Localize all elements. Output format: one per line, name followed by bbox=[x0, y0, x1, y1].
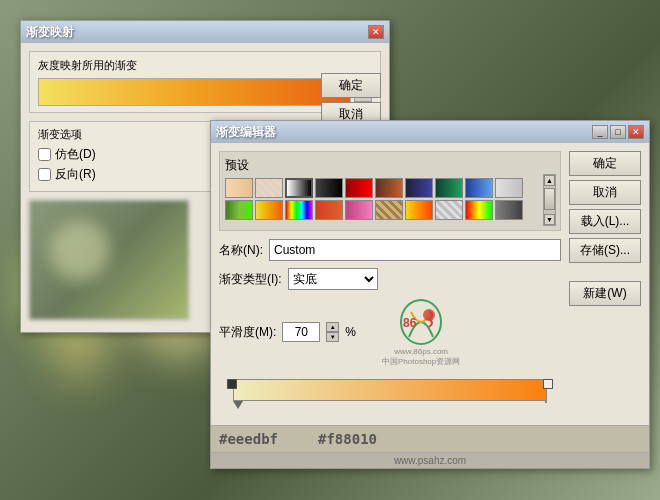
name-row: 名称(N): bbox=[219, 239, 561, 261]
preset-item[interactable] bbox=[225, 178, 253, 198]
type-label: 渐变类型(I): bbox=[219, 271, 282, 288]
grad-editor-maximize-btn[interactable]: □ bbox=[610, 125, 626, 139]
save-btn[interactable]: 存储(S)... bbox=[569, 238, 641, 263]
smooth-stepper: ▲ ▼ bbox=[326, 322, 339, 342]
stop-left-arrow[interactable] bbox=[233, 401, 243, 409]
footer-bar: www.psahz.com bbox=[211, 452, 649, 468]
grad-map-window-buttons: ✕ bbox=[368, 25, 384, 39]
preset-item[interactable] bbox=[465, 178, 493, 198]
grad-editor-content: 预设 bbox=[211, 143, 649, 425]
preset-item[interactable] bbox=[405, 200, 433, 220]
scroll-thumb[interactable] bbox=[544, 188, 555, 210]
preset-item[interactable] bbox=[255, 178, 283, 198]
gradient-preview-select[interactable] bbox=[38, 78, 351, 106]
name-input[interactable] bbox=[269, 239, 561, 261]
reverse-label: 反向(R) bbox=[55, 166, 96, 183]
preset-item[interactable] bbox=[405, 178, 433, 198]
preset-item[interactable] bbox=[375, 200, 403, 220]
preset-item[interactable] bbox=[315, 178, 343, 198]
cancel-btn[interactable]: 取消 bbox=[569, 180, 641, 205]
logo-url: www.86ps.com bbox=[394, 347, 448, 356]
name-label: 名称(N): bbox=[219, 242, 263, 259]
smooth-down-btn[interactable]: ▼ bbox=[326, 332, 339, 342]
right-btn-panel: 确定 取消 载入(L)... 存储(S)... 新建(W) bbox=[569, 151, 641, 417]
smooth-row: 平滑度(M): ▲ ▼ % bbox=[219, 297, 561, 367]
dither-checkbox[interactable] bbox=[38, 148, 51, 161]
load-btn[interactable]: 载入(L)... bbox=[569, 209, 641, 234]
grad-editor-minimize-btn[interactable]: _ bbox=[592, 125, 608, 139]
presets-scrollbar[interactable]: ▲ ▼ bbox=[543, 174, 556, 226]
grad-map-btn-group: 确定 取消 bbox=[321, 73, 381, 127]
presets-label: 预设 bbox=[225, 157, 555, 174]
preset-item[interactable] bbox=[255, 200, 283, 220]
logo-site: 中国Photoshop资源网 bbox=[382, 356, 460, 367]
dither-label: 仿色(D) bbox=[55, 146, 96, 163]
preset-item[interactable] bbox=[375, 178, 403, 198]
preset-item[interactable] bbox=[465, 200, 493, 220]
smooth-up-btn[interactable]: ▲ bbox=[326, 322, 339, 332]
preset-item[interactable] bbox=[435, 200, 463, 220]
preset-item[interactable] bbox=[435, 178, 463, 198]
ok-btn[interactable]: 确定 bbox=[569, 151, 641, 176]
grad-editor-window: 渐变编辑器 _ □ ✕ 预设 bbox=[210, 120, 650, 469]
grad-editor-title-bar[interactable]: 渐变编辑器 _ □ ✕ bbox=[211, 121, 649, 143]
presets-section: 预设 bbox=[219, 151, 561, 231]
grad-map-close-btn[interactable]: ✕ bbox=[368, 25, 384, 39]
smooth-label: 平滑度(M): bbox=[219, 324, 276, 341]
left-panel: 预设 bbox=[219, 151, 561, 417]
presets-grid bbox=[225, 178, 555, 220]
main-layout: 预设 bbox=[219, 151, 641, 417]
gradient-stops-row bbox=[233, 401, 547, 413]
grad-editor-close-btn[interactable]: ✕ bbox=[628, 125, 644, 139]
grad-map-title-bar[interactable]: 渐变映射 ✕ bbox=[21, 21, 389, 43]
image-preview bbox=[29, 200, 189, 320]
gradient-bar-section bbox=[219, 379, 561, 413]
left-stop-handle[interactable] bbox=[227, 379, 237, 389]
spacer bbox=[569, 267, 641, 277]
gray-map-label: 灰度映射所用的渐变 bbox=[38, 58, 372, 73]
type-row: 渐变类型(I): 实底 bbox=[219, 268, 561, 290]
smooth-unit: % bbox=[345, 325, 356, 339]
grad-map-title: 渐变映射 bbox=[26, 24, 74, 41]
color2-hex: #f88010 bbox=[318, 431, 377, 447]
preset-item-selected[interactable] bbox=[285, 178, 313, 198]
preset-item[interactable] bbox=[225, 200, 253, 220]
stop-right-arrow[interactable] bbox=[545, 401, 547, 403]
grad-editor-window-buttons: _ □ ✕ bbox=[592, 125, 644, 139]
scroll-down-arrow[interactable]: ▼ bbox=[544, 214, 555, 225]
preset-item[interactable] bbox=[495, 200, 523, 220]
bokeh-effect bbox=[50, 221, 110, 281]
type-select[interactable]: 实底 bbox=[288, 268, 378, 290]
preset-item[interactable] bbox=[495, 178, 523, 198]
color1-hex: #eeedbf bbox=[219, 431, 278, 447]
new-btn[interactable]: 新建(W) bbox=[569, 281, 641, 306]
right-stop-handle[interactable] bbox=[543, 379, 553, 389]
scroll-up-arrow[interactable]: ▲ bbox=[544, 175, 555, 186]
preset-item[interactable] bbox=[315, 200, 343, 220]
color-bar: #eeedbf #f88010 bbox=[211, 425, 649, 452]
gradient-edit-bar[interactable] bbox=[233, 379, 547, 401]
preset-item[interactable] bbox=[345, 200, 373, 220]
grad-editor-title: 渐变编辑器 bbox=[216, 124, 276, 141]
logo-svg: 86 bbox=[391, 297, 451, 347]
grad-map-ok-btn[interactable]: 确定 bbox=[321, 73, 381, 98]
preset-item[interactable] bbox=[285, 200, 313, 220]
preset-item[interactable] bbox=[345, 178, 373, 198]
psahz-url: www.psahz.com bbox=[394, 455, 466, 466]
logo-area: 86 www.86ps.com 中国Photoshop资源网 bbox=[382, 297, 460, 367]
svg-text:86: 86 bbox=[403, 316, 417, 330]
reverse-checkbox[interactable] bbox=[38, 168, 51, 181]
smooth-input[interactable] bbox=[282, 322, 320, 342]
